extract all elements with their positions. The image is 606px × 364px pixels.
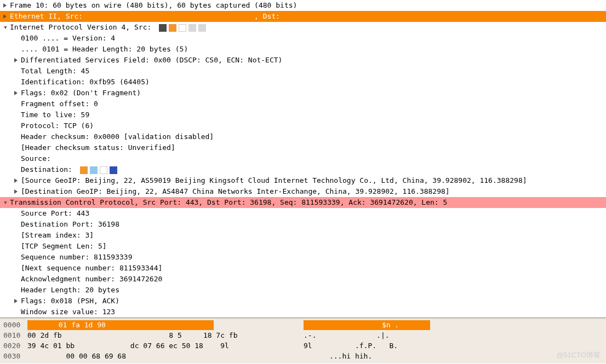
hex-offset: 0000 [3,320,27,330]
ip-header-length[interactable]: .... 0101 = Header Length: 20 bytes (5) [0,44,606,55]
tcp-segment-len[interactable]: [TCP Segment Len: 5] [0,241,606,252]
packet-details-pane[interactable]: Frame 10: 60 bytes on wire (480 bits), 6… [0,0,606,317]
redacted-swatches [159,24,206,32]
tcp-destination-port[interactable]: Destination Port: 36198 [0,219,606,230]
hex-ascii: ...hi hih. [304,351,372,361]
hex-offset: 0030 [3,351,27,361]
hex-offset: 0020 [3,340,27,351]
hex-ascii: 9l .f.P. B. [304,340,398,351]
hex-ascii-highlighted: $n . [304,320,430,330]
tcp-source-port[interactable]: Source Port: 443 [0,208,606,219]
tcp-header-length[interactable]: Header Length: 20 bytes [0,285,606,296]
hex-dump-pane[interactable]: 0000 01 fa 1d 90 $n . 0010 00 2d fb 8 5 … [0,319,606,363]
ip-checksum-status[interactable]: [Header checksum status: Unverified] [0,142,606,153]
hex-offset: 0010 [3,330,27,340]
ip-protocol[interactable]: Protocol: TCP (6) [0,120,606,131]
hex-bytes-highlighted: 01 fa 1d 90 [27,320,214,330]
tcp-stream-index[interactable]: [Stream index: 3] [0,230,606,241]
watermark: @51CTO博客 [556,350,601,361]
ip-source[interactable]: Source: [0,153,606,164]
hex-row[interactable]: 0010 00 2d fb 8 5 18 7c fb .-. .|. [0,330,606,340]
tcp-header[interactable]: Transmission Control Protocol, Src Port:… [0,197,606,208]
ethernet-header[interactable]: Ethernet II, Src: , Dst: [0,11,606,22]
ip-flags[interactable]: Flags: 0x02 (Don't Fragment) [0,88,606,99]
tcp-ack[interactable]: Acknowledgment number: 3691472620 [0,274,606,285]
ip-frag-offset[interactable]: Fragment offset: 0 [0,99,606,109]
tcp-next-seq[interactable]: [Next sequence number: 811593344] [0,263,606,274]
ip-source-geoip[interactable]: [Source GeoIP: Beijing, 22, AS59019 Beij… [0,175,606,186]
hex-row[interactable]: 0020 39 4c 01 bb dc 07 66 ec 50 18 9l 9l… [0,340,606,351]
tcp-seq[interactable]: Sequence number: 811593339 [0,252,606,263]
ip-dsf[interactable]: Differentiated Services Field: 0x00 (DSC… [0,55,606,66]
ip-checksum[interactable]: Header checksum: 0x0000 [validation disa… [0,131,606,142]
ip-ttl[interactable]: Time to live: 59 [0,109,606,120]
hex-row[interactable]: 0030 00 00 68 69 68 ...hi hih. [0,351,606,361]
frame-header[interactable]: Frame 10: 60 bytes on wire (480 bits), 6… [0,0,606,11]
tcp-window-size[interactable]: Window size value: 123 [0,307,606,317]
ip-destination-geoip[interactable]: [Destination GeoIP: Beijing, 22, AS4847 … [0,186,606,197]
ip-identification[interactable]: Identification: 0xfb95 (64405) [0,77,606,88]
hex-bytes: 00 00 68 69 68 [27,351,126,361]
hex-bytes: 39 4c 01 bb dc 07 66 ec 50 18 9l [27,340,229,351]
hex-row[interactable]: 0000 01 fa 1d 90 $n . [0,320,606,330]
ip-destination[interactable]: Destination: [0,164,606,175]
ip-header[interactable]: Internet Protocol Version 4, Src: [0,22,606,33]
hex-ascii: .-. .|. [304,330,390,340]
hex-bytes: 00 2d fb 8 5 18 7c fb [27,330,238,340]
tcp-flags[interactable]: Flags: 0x018 (PSH, ACK) [0,296,606,307]
ip-total-length[interactable]: Total Length: 45 [0,66,606,77]
redacted-swatches [80,166,117,174]
ip-version[interactable]: 0100 .... = Version: 4 [0,33,606,44]
